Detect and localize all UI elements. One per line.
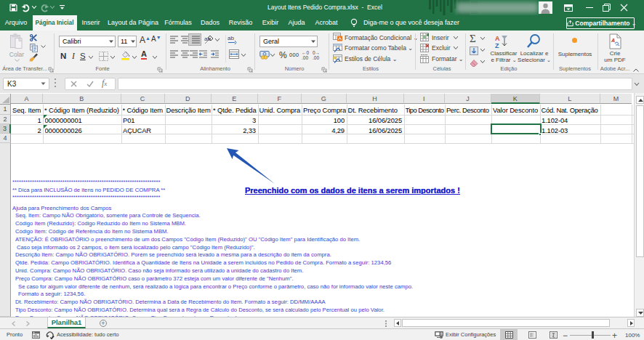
svg-text:A: A xyxy=(611,38,615,43)
svg-text:Z: Z xyxy=(495,42,499,49)
svg-text:A: A xyxy=(495,35,500,42)
svg-text:ab: ab xyxy=(228,35,234,41)
svg-text:,00: ,00 xyxy=(313,55,319,60)
svg-text:ab: ab xyxy=(204,36,211,42)
svg-text:,00: ,00 xyxy=(302,55,308,60)
